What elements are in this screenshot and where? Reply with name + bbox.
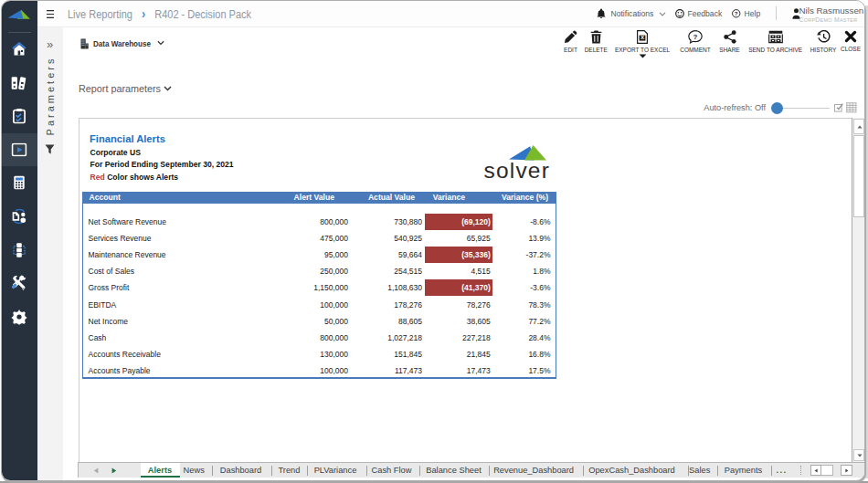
svg-text:X: X (640, 35, 644, 40)
svg-text:?: ? (735, 10, 738, 16)
svg-text:solver: solver (484, 158, 551, 182)
